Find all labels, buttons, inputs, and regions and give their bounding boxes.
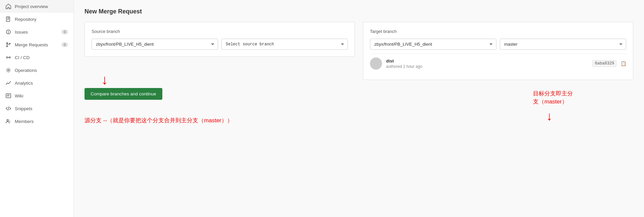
sidebar: Project overview Repository Issues 0: [0, 0, 74, 217]
sidebar-item-label: Project overview: [15, 4, 48, 9]
sidebar-item-label: CI / CD: [15, 55, 30, 60]
sidebar-item-label: Snippets: [15, 106, 33, 111]
target-branch-title: Target branch: [370, 29, 626, 34]
sidebar-item-repository[interactable]: Repository: [0, 13, 73, 26]
source-annotation: 源分支 --（就是你要把这个分支合并到主分支（master））: [85, 117, 633, 124]
target-branch-select[interactable]: master: [500, 39, 626, 50]
operations-icon: [5, 67, 11, 73]
cicd-icon: [5, 54, 11, 60]
svg-rect-0: [6, 17, 10, 21]
sidebar-item-members[interactable]: Members: [0, 115, 73, 128]
issue-icon: [5, 29, 11, 35]
issues-badge: 0: [61, 30, 68, 34]
branch-item-author: authored 1 hour ago: [386, 64, 588, 69]
svg-line-11: [8, 106, 9, 111]
merge-icon: [5, 42, 11, 48]
main-content: New Merge Request Source branch zbyx/fro…: [74, 0, 644, 217]
sidebar-item-label: Members: [15, 119, 34, 124]
svg-point-4: [7, 43, 8, 44]
avatar: [370, 57, 382, 70]
target-repo-select[interactable]: zbyx/front/PB_LIVE_H5_dient: [370, 39, 496, 50]
source-branch-selectors: zbyx/front/PB_LIVE_H5_dient Select sourc…: [92, 39, 348, 50]
sidebar-item-analytics[interactable]: Analytics: [0, 77, 73, 89]
sidebar-item-label: Wiki: [15, 93, 23, 98]
branch-panels: Source branch zbyx/front/PB_LIVE_H5_dien…: [85, 22, 633, 80]
target-branch-selectors: zbyx/front/PB_LIVE_H5_dient master: [370, 39, 626, 50]
wiki-icon: [5, 93, 11, 99]
sidebar-item-issues[interactable]: Issues 0: [0, 26, 73, 38]
sidebar-item-label: Repository: [15, 17, 37, 22]
svg-point-8: [9, 57, 10, 58]
copy-icon[interactable]: 📋: [621, 61, 626, 66]
sidebar-item-ci-cd[interactable]: CI / CD: [0, 51, 73, 64]
source-repo-select[interactable]: zbyx/front/PB_LIVE_H5_dient: [92, 39, 218, 50]
page-title: New Merge Request: [85, 8, 633, 15]
compare-button[interactable]: Compare branches and continue: [85, 88, 162, 100]
svg-point-5: [7, 46, 8, 47]
sidebar-item-operations[interactable]: Operations: [0, 64, 73, 77]
svg-rect-10: [6, 94, 11, 98]
svg-point-3: [8, 33, 9, 33]
sidebar-item-snippets[interactable]: Snippets: [0, 102, 73, 115]
sidebar-item-label: Operations: [15, 68, 37, 73]
branch-item: dist authored 1 hour ago 6aba8329 📋: [370, 54, 626, 73]
branch-item-info: dist authored 1 hour ago: [386, 58, 588, 69]
sidebar-item-merge-requests[interactable]: Merge Requests 0: [0, 38, 73, 51]
members-icon: [5, 118, 11, 124]
source-branch-select[interactable]: Select source branch: [221, 39, 348, 50]
source-branch-panel: Source branch zbyx/front/PB_LIVE_H5_dien…: [85, 22, 355, 57]
svg-point-12: [7, 120, 9, 121]
sidebar-item-wiki[interactable]: Wiki: [0, 89, 73, 102]
sidebar-item-label: Analytics: [15, 81, 33, 86]
home-icon: [5, 3, 11, 9]
svg-point-7: [6, 57, 8, 58]
sidebar-item-label: Merge Requests: [15, 42, 48, 47]
commit-hash: 6aba8329: [592, 60, 616, 67]
svg-point-9: [8, 70, 9, 71]
source-branch-title: Source branch: [92, 29, 348, 34]
analytics-icon: [5, 80, 11, 86]
target-branch-panel: Target branch zbyx/front/PB_LIVE_H5_dien…: [363, 22, 633, 80]
merge-requests-badge: 0: [61, 42, 68, 47]
branch-item-name: dist: [386, 58, 588, 63]
sidebar-item-label: Issues: [15, 30, 28, 35]
snippets-icon: [5, 105, 11, 112]
sidebar-item-project-overview[interactable]: Project overview: [0, 0, 73, 13]
book-icon: [5, 16, 11, 22]
